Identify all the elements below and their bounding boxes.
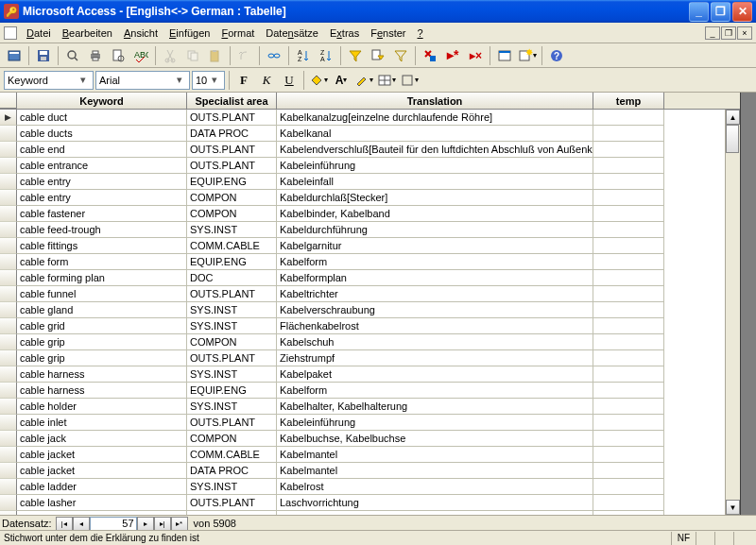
cell[interactable]: Kabeldurchlaß[Stecker] [277,190,593,206]
cell[interactable] [593,463,664,479]
cell[interactable]: Kabelkanal [277,126,593,142]
cell[interactable]: cable grid [17,318,187,334]
column-header-keyword[interactable]: Keyword [17,93,187,109]
cell[interactable] [593,399,664,415]
table-row[interactable]: cable entranceOUTS.PLANTKabeleinführung [0,158,740,174]
cell[interactable] [593,126,664,142]
cell[interactable]: cable ducts [17,126,187,142]
table-row[interactable]: cable forming planDOCKabelformplan [0,270,740,286]
filter-toggle-button[interactable] [390,45,411,66]
cell[interactable]: cable feed-trough [17,222,187,238]
cell[interactable]: cable grip [17,334,187,350]
cell[interactable]: cable entry [17,190,187,206]
table-row[interactable]: cable jackCOMPONKabelbuchse, Kabelbuchse [0,431,740,447]
cell[interactable]: OUTS.PLANT [187,350,277,366]
cell[interactable]: Kabelkanalzug[einzelne durchlaufende Röh… [277,110,593,126]
row-selector[interactable] [0,350,17,366]
view-button[interactable] [4,45,25,66]
row-selector[interactable] [0,318,17,334]
cell[interactable]: Kabelschuh [277,334,593,350]
table-row[interactable]: cable lasherOUTS.PLANTLaschvorrichtung [0,495,740,511]
cell[interactable]: Kabelpaket [277,366,593,383]
sort-asc-button[interactable]: AZ [293,45,314,66]
table-row[interactable]: cable entryEQUIP.ENGKabeleinfall [0,174,740,190]
cell[interactable] [593,254,664,270]
cell[interactable]: Kabeleinführung [277,415,593,431]
cell[interactable]: cable end [17,142,187,158]
cell[interactable]: EQUIP.ENG [187,383,277,399]
column-header-specialist-area[interactable]: Specialist area [187,93,277,109]
filter-selection-button[interactable] [345,45,366,66]
cell[interactable]: cable inlet [17,415,187,431]
mdi-restore-button[interactable]: ❐ [721,26,736,40]
row-selector[interactable] [0,495,17,511]
table-row[interactable]: cable ductsDATA PROCKabelkanal [0,126,740,142]
mdi-icon[interactable] [4,26,17,40]
table-row[interactable]: cable fastenerCOMPONKabelbinder, Kabelba… [0,206,740,222]
cell[interactable]: OUTS.PLANT [187,286,277,302]
cell[interactable]: COMM.CABLE [187,238,277,254]
menu-bearbeiten[interactable]: Bearbeiten [57,26,118,41]
cell[interactable]: Kabelbinder, Kabelband [277,206,593,222]
cell[interactable] [593,383,664,399]
cell[interactable] [593,334,664,350]
cell[interactable]: Kabelendverschluß[Bauteil für den luftdi… [277,142,593,158]
scroll-down-button[interactable]: ▼ [726,500,740,515]
cell[interactable]: DATA PROC [187,126,277,142]
undo-button[interactable] [234,45,255,66]
cell[interactable] [593,447,664,463]
table-row[interactable]: cable ladderSYS.INSTKabelrost [0,479,740,495]
cell[interactable]: cable fastener [17,206,187,222]
cell[interactable]: Ziehstrumpf [277,350,593,366]
cell[interactable]: COMM.CABLE [187,447,277,463]
first-record-button[interactable]: |◂ [56,517,73,531]
cell[interactable]: Kabelverschraubung [277,302,593,318]
fontsize-combo[interactable]: 10▾ [192,71,225,90]
menu-format[interactable]: Format [215,26,260,41]
table-row[interactable]: cable endOUTS.PLANTKabelendverschluß[Bau… [0,142,740,158]
cell[interactable]: OUTS.PLANT [187,158,277,174]
cell[interactable] [593,222,664,238]
cell[interactable] [593,318,664,334]
cell[interactable]: Kabelmantel [277,463,593,479]
cell[interactable]: cable holder [17,399,187,415]
cell[interactable] [593,495,664,511]
table-row[interactable]: cable glandSYS.INSTKabelverschraubung [0,302,740,318]
table-row[interactable]: cable harnessEQUIP.ENGKabelform [0,383,740,399]
cell[interactable] [593,415,664,431]
menu-?[interactable]: ? [412,26,429,41]
special-effect-button[interactable]: ▾ [399,70,420,91]
save-button[interactable] [33,45,54,66]
cell[interactable] [593,286,664,302]
row-selector[interactable] [0,366,17,383]
print-button[interactable] [85,45,106,66]
table-row[interactable]: cable fittingsCOMM.CABLEKabelgarnitur [0,238,740,254]
underline-button[interactable]: U [279,70,300,91]
cell[interactable]: cable jacket [17,463,187,479]
fontcolor-button[interactable]: A▾ [331,70,352,91]
scroll-thumb[interactable] [726,125,739,153]
cell[interactable] [593,431,664,447]
cell[interactable]: Kabelformplan [277,270,593,286]
row-selector[interactable] [0,399,17,415]
cell[interactable]: Kabelbuchse, Kabelbuchse [277,431,593,447]
row-selector[interactable] [0,302,17,318]
cell[interactable]: cable funnel [17,286,187,302]
copy-button[interactable] [182,45,203,66]
vertical-scrollbar[interactable]: ▲ ▼ [725,110,740,515]
row-selector[interactable] [0,447,17,463]
cell[interactable]: cable harness [17,366,187,383]
cell[interactable] [593,238,664,254]
cell[interactable]: DATA PROC [187,463,277,479]
cell[interactable] [593,366,664,383]
delete-record-button[interactable]: ▸× [465,45,486,66]
spellcheck-button[interactable]: ABC [130,45,151,66]
table-row[interactable]: cable harnessSYS.INSTKabelpaket [0,366,740,383]
search-button[interactable] [62,45,83,66]
cell[interactable]: cable form [17,254,187,270]
cell[interactable]: OUTS.PLANT [187,495,277,511]
table-row[interactable]: cable gripCOMPONKabelschuh [0,334,740,350]
cell[interactable]: Laschvorrichtung [277,495,593,511]
cell[interactable]: cable fittings [17,238,187,254]
row-selector[interactable] [0,174,17,190]
